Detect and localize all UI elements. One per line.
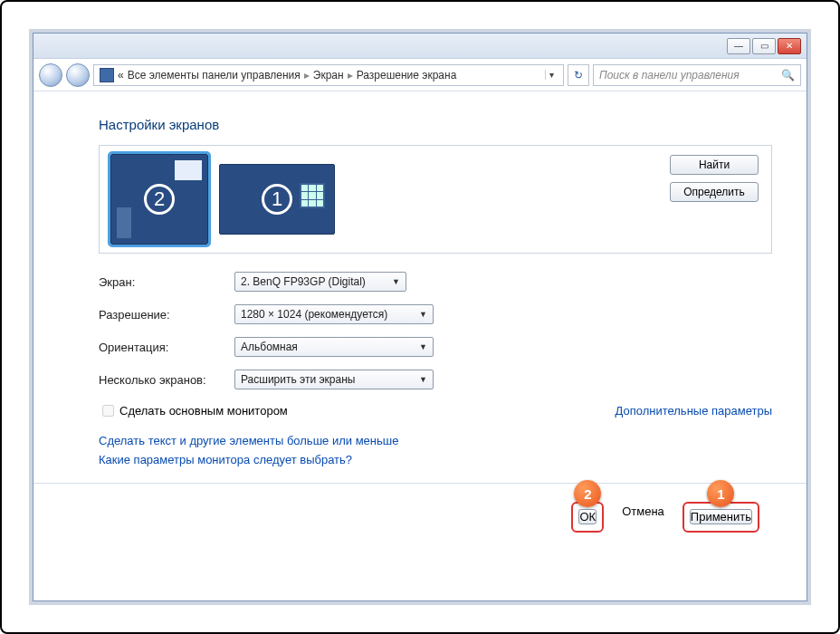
refresh-button[interactable]: ↻ xyxy=(568,64,589,86)
which-settings-link[interactable]: Какие параметры монитора следует выбрать… xyxy=(99,453,772,466)
screen-select[interactable]: 2. BenQ FP93GP (Digital) ▼ xyxy=(234,272,406,292)
window-titlebar: — ▭ ✕ xyxy=(33,34,807,59)
resolution-select[interactable]: 1280 × 1024 (рекомендуется) ▼ xyxy=(234,304,434,324)
control-panel-icon xyxy=(100,68,114,82)
make-main-display-checkbox[interactable] xyxy=(102,405,114,417)
callout-highlight-2: 2 ОК xyxy=(571,502,604,533)
breadcrumb-dropdown-icon[interactable]: ▾ xyxy=(545,70,558,80)
breadcrumb-bar[interactable]: « Все элементы панели управления ▸ Экран… xyxy=(93,64,564,86)
orientation-label: Ориентация: xyxy=(99,341,234,354)
action-button-row: 2 ОК Отмена 1 Применить xyxy=(99,484,772,533)
orientation-select-value: Альбомная xyxy=(241,341,298,353)
apply-button[interactable]: Применить xyxy=(690,509,752,524)
close-button[interactable]: ✕ xyxy=(778,38,801,54)
breadcrumb-separator-icon: ▸ xyxy=(304,69,310,82)
resolution-select-value: 1280 × 1024 (рекомендуется) xyxy=(241,308,387,321)
screen-label: Экран: xyxy=(99,275,234,289)
monitor-1-preview[interactable]: 1 xyxy=(219,164,335,235)
breadcrumb-item[interactable]: Экран xyxy=(313,69,344,82)
control-panel-window: — ▭ ✕ « Все элементы панели управления ▸… xyxy=(33,33,807,601)
display-arrangement-preview[interactable]: 2 1 Найти Определить xyxy=(99,145,772,254)
page-title: Настройки экранов xyxy=(99,117,772,132)
breadcrumb-separator-icon: ▸ xyxy=(348,69,353,82)
keypad-icon xyxy=(300,183,325,208)
minimize-button[interactable]: — xyxy=(727,38,750,54)
multiple-displays-select[interactable]: Расширить эти экраны ▼ xyxy=(234,370,434,389)
settings-form: Экран: 2. BenQ FP93GP (Digital) ▼ Разреш… xyxy=(99,272,772,389)
search-placeholder: Поиск в панели управления xyxy=(599,69,740,82)
identify-button[interactable]: Определить xyxy=(670,182,759,202)
screen-select-value: 2. BenQ FP93GP (Digital) xyxy=(241,275,366,288)
detect-button[interactable]: Найти xyxy=(670,155,759,175)
maximize-button[interactable]: ▭ xyxy=(752,38,776,54)
nav-forward-button[interactable] xyxy=(66,63,90,87)
advanced-settings-link[interactable]: Дополнительные параметры xyxy=(615,404,772,418)
chevron-down-icon: ▼ xyxy=(392,277,400,286)
multiple-displays-select-value: Расширить эти экраны xyxy=(241,373,355,386)
make-main-display-label: Сделать основным монитором xyxy=(119,404,288,418)
ok-button[interactable]: ОК xyxy=(578,509,597,524)
monitor-number-label: 1 xyxy=(262,184,292,215)
monitor-2-preview[interactable]: 2 xyxy=(110,154,208,245)
breadcrumb-prefix: « xyxy=(118,69,124,82)
monitor-number-label: 2 xyxy=(144,184,175,215)
breadcrumb-item[interactable]: Все элементы панели управления xyxy=(128,69,301,82)
callout-badge: 1 xyxy=(707,480,734,507)
callout-highlight-1: 1 Применить xyxy=(682,502,759,533)
text-size-link[interactable]: Сделать текст и другие элементы больше и… xyxy=(99,434,772,447)
chevron-down-icon: ▼ xyxy=(419,310,427,319)
multiple-displays-label: Несколько экранов: xyxy=(99,373,234,387)
callout-badge: 2 xyxy=(574,480,601,507)
chevron-down-icon: ▼ xyxy=(419,342,427,351)
address-bar-row: « Все элементы панели управления ▸ Экран… xyxy=(33,59,807,91)
chevron-down-icon: ▼ xyxy=(419,375,427,384)
nav-back-button[interactable] xyxy=(39,63,62,87)
search-icon: 🔍 xyxy=(781,69,795,82)
search-input[interactable]: Поиск в панели управления 🔍 xyxy=(593,64,801,86)
content-area: Настройки экранов 2 1 Найти Определить Э… xyxy=(33,91,807,542)
breadcrumb-item[interactable]: Разрешение экрана xyxy=(357,69,457,82)
resolution-label: Разрешение: xyxy=(99,308,234,322)
orientation-select[interactable]: Альбомная ▼ xyxy=(234,337,434,357)
cancel-button[interactable]: Отмена xyxy=(622,502,664,524)
